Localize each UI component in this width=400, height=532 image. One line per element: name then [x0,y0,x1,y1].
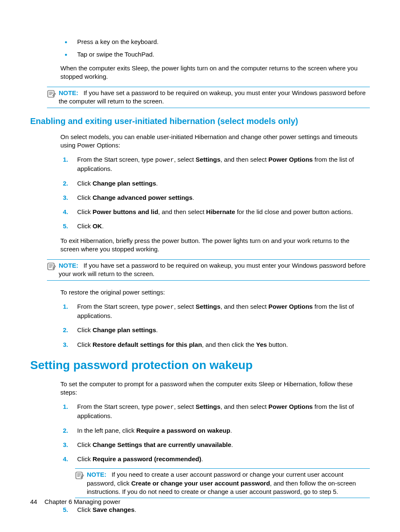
step-item: Click Save changes. [60,506,370,514]
note-label: NOTE: [59,89,78,96]
paragraph: When the computer exits Sleep, the power… [60,64,370,81]
note-callout: NOTE: If you have set a password to be r… [47,259,370,281]
step-item: From the Start screen, type power, selec… [60,403,370,421]
step-item: From the Start screen, type power, selec… [60,302,370,320]
step-item: From the Start screen, type power, selec… [60,155,370,173]
paragraph: To exit Hibernation, briefly press the p… [60,237,370,254]
note-icon [47,89,57,101]
page-footer: 44Chapter 6 Managing power [30,498,120,506]
paragraph: To set the computer to prompt for a pass… [60,380,370,397]
page-number: 44 [30,498,44,506]
svg-rect-1 [48,263,54,270]
step-item: Click OK. [60,222,370,230]
note-icon [75,471,85,482]
hibernation-restore-steps: From the Start screen, type power, selec… [60,302,370,349]
step-item: Click Power buttons and lid, and then se… [60,208,370,216]
list-item: Press a key on the keyboard. [60,38,370,46]
note-text: NOTE: If you have set a password to be r… [59,261,370,279]
svg-rect-2 [76,472,82,479]
step-item: Click Change plan settings. [60,179,370,188]
note-text: NOTE: If you need to create a user accou… [87,470,370,496]
hibernation-enable-steps: From the Start screen, type power, selec… [60,155,370,231]
step-item: Click Change plan settings. [60,326,370,334]
step-item: Click Change advanced power settings. [60,194,370,202]
section-heading-hibernation: Enabling and exiting user-initiated hibe… [30,116,370,127]
wake-actions-list: Press a key on the keyboard. Tap or swip… [60,38,370,59]
step-item: Click Change Settings that are currently… [60,441,370,449]
note-callout: NOTE: If you have set a password to be r… [47,87,370,108]
document-page: Press a key on the keyboard. Tap or swip… [0,0,400,532]
step-item: In the left pane, click Require a passwo… [60,426,370,435]
step-item: Click Require a password (recommended). … [60,455,370,498]
note-callout: NOTE: If you need to create a user accou… [75,468,370,498]
list-text: Tap or swipe the TouchPad. [77,51,154,58]
note-icon [47,262,57,273]
list-text: Press a key on the keyboard. [77,38,158,45]
note-body: If you have set a password to be require… [59,262,366,277]
note-body: If you have set a password to be require… [59,89,366,105]
note-text: NOTE: If you have set a password to be r… [59,89,370,106]
svg-rect-0 [48,90,54,97]
paragraph: On select models, you can enable user-in… [60,133,370,150]
content-block: Press a key on the keyboard. Tap or swip… [60,38,370,514]
paragraph: To restore the original power settings: [60,288,370,297]
step-item: Click Restore default settings for this … [60,341,370,349]
chapter-label: Chapter 6 Managing power [44,498,120,505]
heading-password-protection: Setting password protection on wakeup [30,357,370,373]
list-item: Tap or swipe the TouchPad. [60,50,370,59]
note-label: NOTE: [59,262,78,269]
note-label: NOTE: [87,471,106,478]
